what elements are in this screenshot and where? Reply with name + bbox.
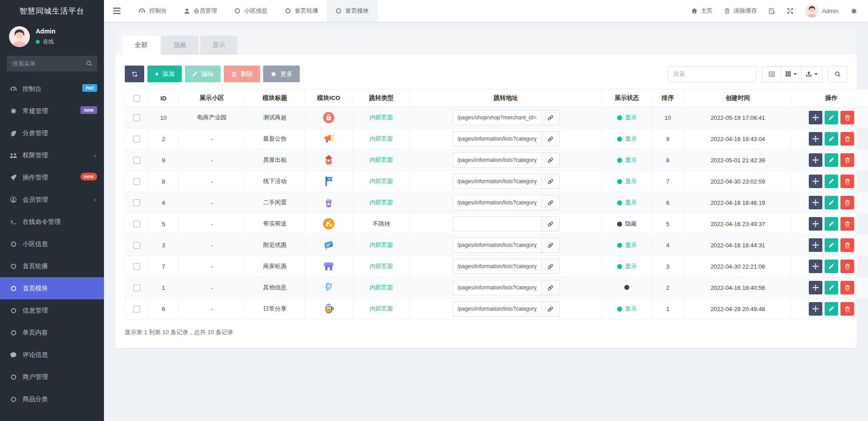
row-edit-button[interactable]: [825, 132, 838, 146]
topbar-tab-控制台[interactable]: 控制台: [130, 0, 175, 22]
refresh-button[interactable]: [125, 66, 144, 82]
row-delete-button[interactable]: [840, 111, 854, 124]
topbar-tab-会员管理[interactable]: 会员管理: [175, 0, 226, 22]
row-checkbox[interactable]: [133, 306, 140, 312]
row-checkbox[interactable]: [133, 178, 140, 185]
sidebar-item-控制台[interactable]: 控制台hot: [0, 78, 104, 100]
select-link-button[interactable]: [542, 195, 560, 210]
drag-sort-button[interactable]: [809, 111, 822, 124]
select-link-button[interactable]: [542, 280, 560, 295]
row-edit-button[interactable]: [825, 281, 838, 294]
jump-url-input[interactable]: [453, 280, 542, 295]
topbar-tab-首页轮播[interactable]: 首页轮播: [276, 0, 327, 22]
select-link-button[interactable]: [542, 110, 560, 125]
drag-sort-button[interactable]: [809, 175, 822, 188]
sidebar-toggle-button[interactable]: [104, 0, 130, 22]
row-edit-button[interactable]: [825, 153, 838, 167]
home-link[interactable]: 主页: [685, 0, 718, 22]
row-delete-button[interactable]: [840, 153, 854, 167]
sidebar-item-在线命令管理[interactable]: 在线命令管理: [0, 211, 104, 233]
user-menu[interactable]: Admin: [799, 0, 844, 22]
sidebar-item-评论信息[interactable]: 评论信息: [0, 344, 104, 366]
row-delete-button[interactable]: [840, 196, 854, 209]
jump-url-input[interactable]: [453, 216, 542, 232]
row-delete-button[interactable]: [840, 302, 854, 316]
drag-sort-button[interactable]: [809, 153, 822, 167]
row-delete-button[interactable]: [840, 238, 854, 252]
status-badge[interactable]: 显示: [617, 135, 637, 143]
row-edit-button[interactable]: [825, 302, 838, 316]
row-checkbox[interactable]: [133, 136, 140, 142]
docs-button[interactable]: [763, 0, 781, 22]
jump-url-input[interactable]: [453, 131, 542, 147]
jump-url-input[interactable]: [453, 152, 542, 168]
status-badge[interactable]: 显示: [617, 156, 637, 164]
sidebar-item-会员管理[interactable]: 会员管理‹: [0, 189, 104, 211]
filter-tab-隐藏[interactable]: 隐藏: [161, 36, 198, 55]
sidebar-item-商户管理[interactable]: 商户管理: [0, 366, 104, 388]
select-link-button[interactable]: [542, 237, 560, 253]
select-link-button[interactable]: [542, 216, 560, 232]
jump-url-input[interactable]: [453, 195, 542, 210]
row-edit-button[interactable]: [825, 196, 838, 209]
row-checkbox[interactable]: [133, 199, 140, 206]
topbar-tab-小区信息[interactable]: 小区信息: [226, 0, 276, 22]
drag-sort-button[interactable]: [809, 196, 822, 209]
status-badge[interactable]: [624, 285, 629, 290]
fullscreen-button[interactable]: [781, 0, 799, 22]
status-badge[interactable]: 显示: [617, 114, 637, 122]
status-badge[interactable]: 显示: [617, 199, 637, 207]
drag-sort-button[interactable]: [809, 281, 822, 294]
sidebar-item-分类管理[interactable]: 分类管理: [0, 122, 104, 144]
jump-url-input[interactable]: [453, 259, 542, 274]
drag-sort-button[interactable]: [809, 217, 822, 231]
user-avatar[interactable]: [9, 26, 30, 47]
status-badge[interactable]: 显示: [617, 177, 637, 185]
jump-url-input[interactable]: [453, 110, 542, 125]
sidebar-item-常规管理[interactable]: 常规管理new: [0, 100, 104, 122]
row-edit-button[interactable]: [825, 175, 838, 188]
row-edit-button[interactable]: [825, 217, 838, 231]
row-delete-button[interactable]: [840, 217, 854, 231]
jump-url-input[interactable]: [453, 237, 542, 253]
search-toggle-button[interactable]: [828, 66, 847, 82]
select-link-button[interactable]: [542, 301, 560, 317]
sidebar-item-插件管理[interactable]: 插件管理new: [0, 166, 104, 189]
row-delete-button[interactable]: [840, 260, 854, 273]
export-button[interactable]: [802, 66, 822, 82]
menu-search-input[interactable]: [7, 56, 97, 71]
jump-url-input[interactable]: [453, 174, 542, 189]
toggle-view-button[interactable]: [762, 66, 781, 82]
row-edit-button[interactable]: [825, 238, 838, 252]
drag-sort-button[interactable]: [809, 238, 822, 252]
row-checkbox[interactable]: [133, 242, 140, 249]
jump-url-input[interactable]: [453, 301, 542, 317]
row-checkbox[interactable]: [133, 114, 140, 121]
row-checkbox[interactable]: [133, 221, 140, 227]
edit-button[interactable]: 编辑: [185, 66, 221, 82]
settings-button[interactable]: [844, 0, 863, 22]
select-link-button[interactable]: [542, 174, 560, 189]
status-badge[interactable]: 显示: [617, 241, 637, 249]
add-button[interactable]: +添加: [147, 66, 182, 82]
select-all-checkbox[interactable]: [133, 95, 140, 102]
delete-button[interactable]: 删除: [224, 66, 260, 82]
drag-sort-button[interactable]: [809, 260, 822, 273]
select-link-button[interactable]: [542, 259, 560, 274]
row-checkbox[interactable]: [133, 284, 140, 291]
sidebar-item-权限管理[interactable]: 权限管理‹: [0, 144, 104, 166]
row-delete-button[interactable]: [840, 175, 854, 188]
drag-sort-button[interactable]: [809, 302, 822, 316]
row-checkbox[interactable]: [133, 263, 140, 270]
filter-tab-全部[interactable]: 全部: [123, 36, 160, 55]
drag-sort-button[interactable]: [809, 132, 822, 146]
select-link-button[interactable]: [542, 152, 560, 168]
table-search-input[interactable]: [668, 66, 756, 82]
status-badge[interactable]: 显示: [617, 305, 637, 313]
clear-cache-link[interactable]: 清除缓存: [718, 0, 763, 22]
row-delete-button[interactable]: [840, 132, 854, 146]
sidebar-item-首页模块[interactable]: 首页模块: [0, 277, 104, 299]
sidebar-item-商品分类[interactable]: 商品分类: [0, 388, 104, 410]
row-delete-button[interactable]: [840, 281, 854, 294]
sidebar-item-信息管理[interactable]: 信息管理: [0, 299, 104, 322]
